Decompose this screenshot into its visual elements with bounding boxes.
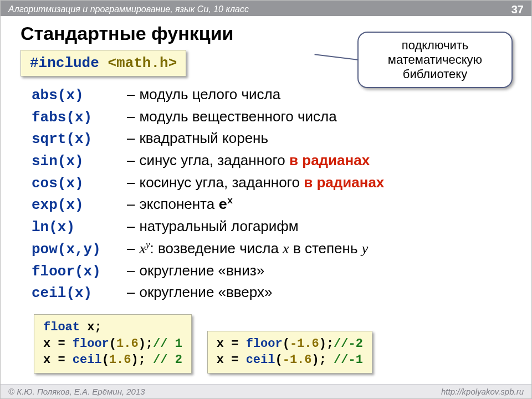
function-list: abs(x)–модуль целого числаfabs(x)–модуль… [1, 76, 531, 304]
footer-copyright: © К.Ю. Поляков, Е.А. Ерёмин, 2013 [8, 387, 145, 396]
function-row: fabs(x)–модуль вещественного числа [32, 106, 531, 129]
function-desc: натуральный логарифм [139, 216, 298, 237]
function-code: fabs(x) [32, 108, 125, 129]
include-code-box: #include <math.h> [21, 50, 186, 76]
function-desc: косинус угла, заданного в радианах [139, 172, 384, 193]
example-box-positive: float x; x = floor(1.6);// 1 x = ceil(1.… [34, 314, 192, 374]
function-desc: модуль целого числа [139, 84, 280, 105]
function-code: ln(x) [32, 217, 125, 238]
header-bar: Алгоритмизация и программирование, язык … [1, 1, 531, 16]
function-desc: синус угла, заданного в радианах [139, 150, 370, 171]
function-row: ln(x)–натуральный логарифм [32, 216, 531, 238]
function-code: floor(x) [32, 262, 125, 283]
footer-bar: © К.Ю. Поляков, Е.А. Ерёмин, 2013 http:/… [1, 384, 531, 398]
function-row: exp(x)–экспонента ex [32, 194, 531, 216]
function-row: cos(x)–косинус угла, заданного в радиана… [32, 172, 531, 195]
function-desc: модуль вещественного числа [139, 106, 336, 127]
function-row: ceil(x)–округление «вверх» [32, 282, 531, 304]
function-desc: xy: возведение числа x в степень y [139, 238, 368, 259]
slide: Алгоритмизация и программирование, язык … [0, 0, 532, 399]
function-desc: квадратный корень [139, 128, 268, 149]
function-row: sin(x)–синус угла, заданного в радианах [32, 150, 531, 172]
function-code: pow(x,y) [32, 239, 125, 260]
footer-link: http://kpolyakov.spb.ru [441, 387, 524, 396]
function-code: abs(x) [32, 85, 125, 106]
include-row: #include <math.h> [1, 50, 531, 76]
function-code: ceil(x) [32, 283, 125, 304]
function-row: pow(x,y)–xy: возведение числа x в степен… [32, 238, 531, 260]
course-title: Алгоритмизация и программирование, язык … [8, 4, 249, 14]
function-code: cos(x) [32, 173, 125, 195]
include-header: <math.h> [108, 55, 177, 71]
function-code: sin(x) [32, 151, 125, 172]
function-code: exp(x) [32, 195, 125, 216]
function-desc: округление «вниз» [139, 260, 264, 282]
function-desc: экспонента ex [139, 194, 233, 216]
example-row: float x; x = floor(1.6);// 1 x = ceil(1.… [1, 304, 531, 374]
include-directive: #include [30, 55, 99, 71]
function-row: floor(x)–округление «вниз» [32, 260, 531, 283]
function-desc: округление «вверх» [139, 282, 272, 303]
page-number: 37 [511, 3, 524, 16]
example-box-negative: x = floor(-1.6);//-2 x = ceil(-1.6); //-… [207, 331, 372, 374]
function-code: sqrt(x) [32, 129, 125, 150]
function-row: sqrt(x)–квадратный корень [32, 128, 531, 150]
